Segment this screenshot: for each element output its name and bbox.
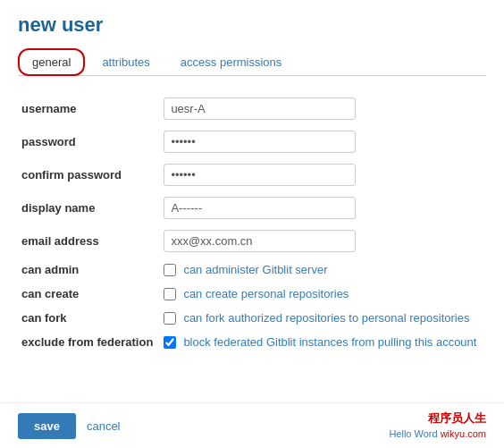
watermark: 程序员人生 Hello Word wikyu.com — [389, 410, 486, 441]
exclude-federation-label: exclude from federation — [18, 330, 164, 354]
save-button[interactable]: save — [18, 413, 76, 439]
watermark-line2: Hello Word wikyu.com — [389, 427, 486, 441]
confirm-password-input[interactable] — [164, 164, 356, 186]
password-label: password — [18, 125, 164, 158]
tab-attributes[interactable]: attributes — [88, 49, 163, 75]
tab-access-permissions[interactable]: access permissions — [167, 49, 295, 75]
exclude-federation-checkbox-row: block federated Gitblit instances from p… — [164, 335, 483, 349]
username-row: username — [18, 92, 486, 125]
username-label: username — [18, 92, 164, 125]
cancel-button[interactable]: cancel — [83, 413, 124, 439]
page-wrapper: new user general attributes access permi… — [0, 0, 504, 372]
watermark-line1: 程序员人生 — [389, 410, 486, 427]
footer-left: save cancel — [18, 413, 124, 439]
email-address-row: email address — [18, 224, 486, 258]
password-input[interactable] — [164, 131, 356, 153]
can-admin-label: can admin — [18, 258, 164, 282]
can-create-label: can create — [18, 282, 164, 306]
can-admin-input-cell: can administer Gitblit server — [164, 258, 486, 282]
can-fork-row: can fork can fork authorized repositorie… — [18, 306, 486, 330]
can-admin-checkbox[interactable] — [164, 264, 176, 276]
password-row: password — [18, 125, 486, 158]
can-create-checkbox[interactable] — [164, 288, 176, 300]
confirm-password-input-cell — [164, 158, 486, 191]
password-input-cell — [164, 125, 486, 158]
display-name-input-cell — [164, 191, 486, 224]
page-title: new user — [18, 13, 486, 37]
can-create-checkbox-label: can create personal repositories — [183, 287, 349, 300]
can-fork-label: can fork — [18, 306, 164, 330]
confirm-password-label: confirm password — [18, 158, 164, 191]
form-table: username password confirm password displ… — [18, 92, 486, 354]
can-create-row: can create can create personal repositor… — [18, 282, 486, 306]
display-name-row: display name — [18, 191, 486, 224]
username-input[interactable] — [164, 97, 356, 120]
tab-general[interactable]: general — [18, 48, 85, 76]
exclude-federation-checkbox-label: block federated Gitblit instances from p… — [183, 335, 476, 349]
exclude-federation-row: exclude from federation block federated … — [18, 330, 486, 354]
footer-bar: save cancel 程序员人生 Hello Word wikyu.com — [0, 402, 504, 448]
can-fork-checkbox[interactable] — [164, 312, 176, 325]
can-admin-checkbox-row: can administer Gitblit server — [164, 263, 483, 276]
can-admin-row: can admin can administer Gitblit server — [18, 258, 486, 282]
tabs-bar: general attributes access permissions — [18, 47, 486, 76]
exclude-federation-checkbox[interactable] — [164, 336, 176, 349]
display-name-input[interactable] — [164, 197, 356, 219]
can-create-input-cell: can create personal repositories — [164, 282, 486, 306]
can-create-checkbox-row: can create personal repositories — [164, 287, 483, 300]
email-address-input-cell — [164, 224, 486, 258]
display-name-label: display name — [18, 191, 164, 224]
username-input-cell — [164, 92, 486, 125]
exclude-federation-input-cell: block federated Gitblit instances from p… — [164, 330, 486, 354]
can-fork-checkbox-label: can fork authorized repositories to pers… — [183, 311, 469, 325]
can-admin-checkbox-label: can administer Gitblit server — [183, 263, 327, 276]
watermark-hello: Hello Word — [389, 428, 440, 439]
email-address-input[interactable] — [164, 230, 356, 252]
can-fork-input-cell: can fork authorized repositories to pers… — [164, 306, 486, 330]
email-address-label: email address — [18, 224, 164, 258]
can-fork-checkbox-row: can fork authorized repositories to pers… — [164, 311, 483, 325]
confirm-password-row: confirm password — [18, 158, 486, 191]
watermark-site: wikyu.com — [441, 428, 486, 439]
